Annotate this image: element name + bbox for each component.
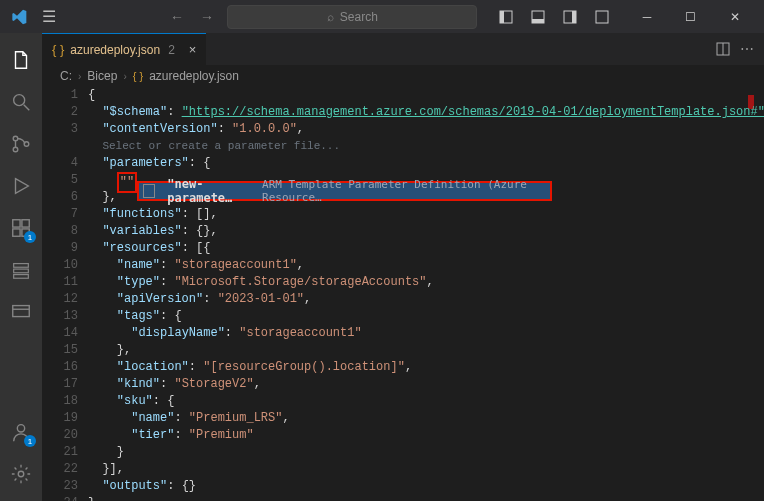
extensions-activity[interactable]: 1 (0, 207, 42, 249)
vscode-icon (10, 8, 28, 26)
svg-point-21 (17, 425, 24, 432)
layout-icons (492, 3, 616, 31)
svg-rect-14 (13, 229, 20, 236)
suggest-description: ARM Template Parameter Definition (Azure… (262, 178, 546, 204)
snippet-icon (143, 184, 155, 198)
svg-point-22 (18, 471, 24, 477)
activity-bottom: 1 (0, 411, 42, 501)
svg-line-8 (24, 105, 30, 111)
nav-forward-button[interactable]: → (196, 7, 218, 27)
svg-point-9 (13, 136, 18, 141)
tab-close-button[interactable]: × (189, 42, 197, 57)
layout-panel-bottom-icon[interactable] (524, 3, 552, 31)
layout-sidebar-left-icon[interactable] (492, 3, 520, 31)
code-area[interactable]: { "$schema": "https://schema.management.… (88, 87, 750, 501)
json-file-icon: { } (52, 42, 64, 57)
azure-activity[interactable] (0, 249, 42, 291)
cursor-position: "" (117, 172, 137, 193)
extensions-badge: 1 (24, 231, 36, 243)
suggest-label: "new-paramete… (167, 177, 254, 205)
svg-rect-5 (572, 11, 576, 23)
titlebar-right: ─ ☐ ✕ (492, 0, 760, 33)
svg-point-10 (13, 147, 18, 152)
svg-rect-3 (532, 19, 544, 23)
editor[interactable]: 1 2 3 4 5 6 7 8 9 10 11 12 13 14 15 16 1… (42, 87, 764, 501)
codelens-hint[interactable]: Select or create a parameter file... (102, 140, 340, 152)
chevron-right-icon: › (78, 71, 81, 82)
svg-rect-13 (22, 220, 29, 227)
close-window-button[interactable]: ✕ (714, 0, 756, 33)
search-placeholder: Search (340, 10, 378, 24)
source-control-activity[interactable] (0, 123, 42, 165)
nav-back-button[interactable]: ← (166, 7, 188, 27)
run-debug-activity[interactable] (0, 165, 42, 207)
layout-sidebar-right-icon[interactable] (556, 3, 584, 31)
tab-bar: { } azuredeploy.json 2 × ⋯ (42, 33, 764, 65)
json-file-icon: { } (133, 70, 143, 82)
titlebar: ☰ ← → ⌕ Search ─ ☐ ✕ (0, 0, 764, 33)
menu-button[interactable]: ☰ (36, 3, 62, 30)
svg-rect-6 (596, 11, 608, 23)
svg-rect-18 (14, 275, 29, 279)
tab-actions: ⋯ (706, 33, 764, 65)
svg-rect-12 (13, 220, 20, 227)
chevron-right-icon: › (123, 71, 126, 82)
tab-azuredeploy[interactable]: { } azuredeploy.json 2 × (42, 33, 206, 65)
maximize-button[interactable]: ☐ (670, 0, 712, 33)
svg-rect-19 (13, 306, 30, 317)
more-actions-icon[interactable]: ⋯ (740, 41, 754, 57)
remote-activity[interactable] (0, 291, 42, 333)
intellisense-popup[interactable]: "new-paramete… ARM Template Parameter De… (137, 181, 552, 201)
breadcrumb-seg[interactable]: C: (60, 69, 72, 83)
layout-customize-icon[interactable] (588, 3, 616, 31)
scrollbar[interactable] (754, 87, 764, 501)
search-box[interactable]: ⌕ Search (227, 5, 477, 29)
svg-rect-17 (14, 269, 29, 273)
svg-rect-1 (500, 11, 504, 23)
tab-modified-indicator: 2 (168, 43, 175, 57)
search-activity[interactable] (0, 81, 42, 123)
settings-activity[interactable] (0, 453, 42, 495)
explorer-activity[interactable] (0, 39, 42, 81)
accounts-badge: 1 (24, 435, 36, 447)
breadcrumb[interactable]: C: › Bicep › { } azuredeploy.json (42, 65, 764, 87)
activity-bar: 1 1 (0, 33, 42, 501)
titlebar-left: ☰ (4, 3, 62, 30)
tab-filename: azuredeploy.json (70, 43, 160, 57)
accounts-activity[interactable]: 1 (0, 411, 42, 453)
minimize-button[interactable]: ─ (626, 0, 668, 33)
split-editor-icon[interactable] (716, 42, 730, 56)
svg-rect-16 (14, 264, 29, 268)
breadcrumb-seg[interactable]: azuredeploy.json (149, 69, 239, 83)
breadcrumb-seg[interactable]: Bicep (87, 69, 117, 83)
search-icon: ⌕ (327, 10, 334, 24)
nav-arrows: ← → (166, 7, 218, 27)
svg-point-7 (14, 95, 25, 106)
gutter: 1 2 3 4 5 6 7 8 9 10 11 12 13 14 15 16 1… (42, 87, 88, 501)
